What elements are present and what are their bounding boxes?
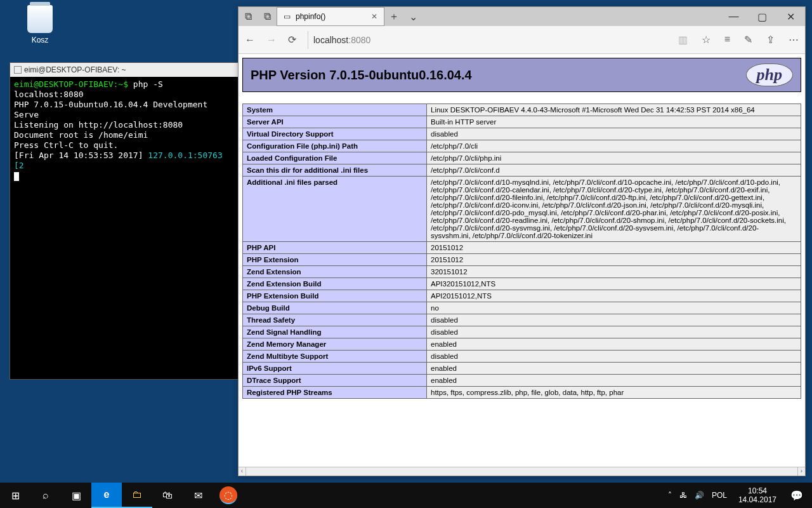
- phpinfo-key: IPv6 Support: [243, 363, 427, 375]
- table-row: PHP Extension BuildAPI20151012,NTS: [243, 290, 801, 302]
- table-row: DTrace Supportenabled: [243, 375, 801, 387]
- phpinfo-key: Zend Multibyte Support: [243, 351, 427, 363]
- phpinfo-key: Virtual Directory Support: [243, 128, 427, 140]
- php-logo: php: [746, 64, 793, 86]
- taskbar-ubuntu-icon[interactable]: ◌: [219, 486, 237, 504]
- taskbar-edge-icon[interactable]: e: [91, 483, 122, 508]
- taskbar-explorer-icon[interactable]: 🗀: [122, 483, 152, 508]
- terminal-window[interactable]: eimi@DESKTOP-OFIBAEV: ~ eimi@DESKTOP-OFI…: [10, 62, 241, 380]
- hub-icon[interactable]: ≡: [724, 34, 730, 46]
- url-port: :8080: [348, 35, 370, 45]
- tray-chevron-icon[interactable]: ˄: [668, 491, 672, 500]
- terminal-body[interactable]: eimi@DESKTOP-OFIBAEV:~$ php -S localhost…: [10, 77, 240, 184]
- table-row: Debug Buildno: [243, 302, 801, 314]
- phpinfo-table: SystemLinux DESKTOP-OFIBAEV 4.4.0-43-Mic…: [242, 104, 801, 399]
- horizontal-scrollbar[interactable]: ‹ ›: [239, 467, 805, 476]
- taskbar: ⊞ ⌕ ▣ e 🗀 🛍 ✉ ◌ ˄ 🖧 🔊 POL 10:54 14.04.20…: [0, 483, 812, 508]
- refresh-icon[interactable]: ⟳: [288, 34, 296, 46]
- phpinfo-value: enabled: [427, 363, 801, 375]
- browser-tab[interactable]: ▭ phpinfo() ✕: [277, 7, 384, 26]
- maximize-icon[interactable]: ▢: [748, 7, 776, 26]
- url-host: localhost: [313, 35, 348, 45]
- table-row: Zend Extension BuildAPI320151012,NTS: [243, 278, 801, 290]
- browser-tabstrip: ⧉ ⧉ ▭ phpinfo() ✕ ＋ ⌄ — ▢ ✕: [239, 7, 805, 26]
- tab-aside-restore-icon[interactable]: ⧉: [258, 7, 277, 26]
- phpinfo-value: disabled: [427, 314, 801, 326]
- terminal-line: PHP 7.0.15-0ubuntu0.16.04.4 Development …: [14, 100, 213, 119]
- table-row: Zend Memory Managerenabled: [243, 338, 801, 351]
- terminal-line: Document root is /home/eimi: [14, 130, 148, 140]
- recycle-bin[interactable]: Kosz: [18, 5, 62, 44]
- back-icon[interactable]: ←: [245, 34, 255, 46]
- tray-volume-icon[interactable]: 🔊: [695, 491, 704, 500]
- browser-toolbar: ← → ⟳ localhost:8080 ▥ ☆ ≡ ✎ ⇪ ⋯: [239, 26, 805, 54]
- new-tab-icon[interactable]: ＋: [384, 7, 403, 26]
- more-icon[interactable]: ⋯: [789, 34, 799, 46]
- taskview-icon[interactable]: ▣: [61, 483, 91, 508]
- phpinfo-value: enabled: [427, 338, 801, 351]
- table-row: Thread Safetydisabled: [243, 314, 801, 326]
- table-row: Additional .ini files parsed/etc/php/7.0…: [243, 177, 801, 242]
- forward-icon[interactable]: →: [266, 34, 277, 46]
- table-row: Zend Signal Handlingdisabled: [243, 326, 801, 338]
- tab-aside-icon[interactable]: ⧉: [239, 7, 258, 26]
- phpinfo-key: Loaded Configuration File: [243, 152, 427, 164]
- action-center-icon[interactable]: 💬: [782, 483, 812, 508]
- phpinfo-key: PHP Extension Build: [243, 290, 427, 302]
- table-row: Server APIBuilt-in HTTP server: [243, 116, 801, 128]
- terminal-icon: [14, 66, 22, 74]
- share-icon[interactable]: ⇪: [766, 34, 775, 46]
- phpinfo-key: Zend Signal Handling: [243, 326, 427, 338]
- taskbar-mail-icon[interactable]: ✉: [183, 483, 213, 508]
- phpinfo-value: /etc/php/7.0/cli/conf.d: [427, 164, 801, 177]
- phpinfo-value: /etc/php/7.0/cli/conf.d/10-mysqlnd.ini, …: [427, 177, 801, 242]
- terminal-titlebar[interactable]: eimi@DESKTOP-OFIBAEV: ~: [10, 63, 240, 77]
- phpinfo-key: DTrace Support: [243, 375, 427, 387]
- tray-network-icon[interactable]: 🖧: [679, 491, 687, 500]
- scroll-right-icon[interactable]: ›: [797, 467, 805, 476]
- close-icon[interactable]: ✕: [776, 7, 805, 26]
- tab-page-icon: ▭: [284, 12, 291, 21]
- search-icon[interactable]: ⌕: [30, 483, 61, 508]
- phpinfo-key: Zend Extension: [243, 266, 427, 278]
- browser-content[interactable]: PHP Version 7.0.15-0ubuntu0.16.04.4 php …: [239, 54, 805, 467]
- tab-close-icon[interactable]: ✕: [371, 12, 377, 21]
- table-row: IPv6 Supportenabled: [243, 363, 801, 375]
- terminal-line: Press Ctrl-C to quit.: [14, 140, 118, 150]
- phpinfo-key: Thread Safety: [243, 314, 427, 326]
- table-row: PHP Extension20151012: [243, 254, 801, 266]
- table-row: Registered PHP Streamshttps, ftps, compr…: [243, 387, 801, 399]
- scroll-left-icon[interactable]: ‹: [239, 467, 246, 476]
- address-bar[interactable]: localhost:8080: [308, 31, 667, 49]
- phpinfo-value: disabled: [427, 326, 801, 338]
- tab-menu-icon[interactable]: ⌄: [403, 7, 422, 26]
- systray: ˄ 🖧 🔊 POL: [662, 491, 733, 500]
- terminal-cursor: [14, 172, 19, 181]
- table-row: Configuration File (php.ini) Path/etc/ph…: [243, 140, 801, 152]
- table-row: Virtual Directory Supportdisabled: [243, 128, 801, 140]
- phpinfo-value: disabled: [427, 128, 801, 140]
- table-row: Zend Multibyte Supportdisabled: [243, 351, 801, 363]
- phpinfo-key: Debug Build: [243, 302, 427, 314]
- taskbar-clock[interactable]: 10:54 14.04.2017: [733, 486, 782, 504]
- phpinfo-key: Zend Memory Manager: [243, 338, 427, 351]
- minimize-icon[interactable]: —: [719, 7, 748, 26]
- phpinfo-key: PHP Extension: [243, 254, 427, 266]
- terminal-title: eimi@DESKTOP-OFIBAEV: ~: [24, 63, 126, 77]
- tray-language[interactable]: POL: [712, 491, 727, 500]
- notes-icon[interactable]: ✎: [744, 34, 752, 46]
- terminal-prompt: eimi@DESKTOP-OFIBAEV:~$: [14, 79, 128, 89]
- start-icon[interactable]: ⊞: [0, 483, 30, 508]
- terminal-line: [Fri Apr 14 10:53:53 2017]: [14, 150, 143, 160]
- phpinfo-key: Scan this dir for additional .ini files: [243, 164, 427, 177]
- favorite-icon[interactable]: ☆: [702, 34, 710, 46]
- phpinfo-value: enabled: [427, 375, 801, 387]
- table-row: SystemLinux DESKTOP-OFIBAEV 4.4.0-43-Mic…: [243, 104, 801, 116]
- table-row: Scan this dir for additional .ini files/…: [243, 164, 801, 177]
- phpinfo-value: /etc/php/7.0/cli: [427, 140, 801, 152]
- phpinfo-value: Built-in HTTP server: [427, 116, 801, 128]
- phpinfo-value: 20151012: [427, 254, 801, 266]
- phpinfo-value: Linux DESKTOP-OFIBAEV 4.4.0-43-Microsoft…: [427, 104, 801, 116]
- reading-view-icon[interactable]: ▥: [678, 34, 688, 46]
- taskbar-store-icon[interactable]: 🛍: [152, 483, 183, 508]
